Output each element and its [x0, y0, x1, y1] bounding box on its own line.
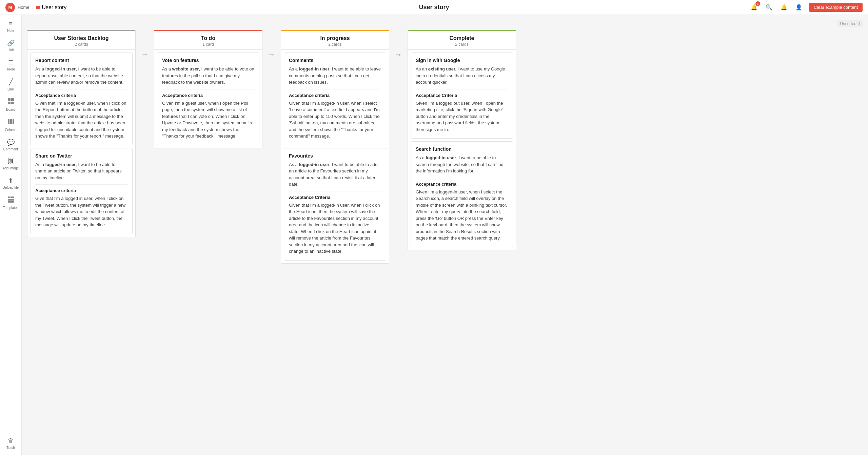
- sidebar-item-comment[interactable]: 💬 Comment: [1, 136, 20, 154]
- upload-icon: ⬆: [8, 177, 13, 184]
- addimage-icon: 🖼: [8, 158, 14, 165]
- sidebar-item-trash[interactable]: 🗑 Trash: [1, 435, 20, 452]
- user-avatar[interactable]: 👤: [794, 3, 804, 12]
- card-title: Favourites: [289, 153, 381, 159]
- card-favourites: Favourites As a logged-in user, I want t…: [284, 148, 386, 261]
- link-icon: 🔗: [7, 39, 15, 47]
- card-criteria-title: Acceptance criteria: [416, 182, 508, 187]
- column-icon: [7, 118, 14, 127]
- card-description: As a logged-in user, I want to be able t…: [416, 154, 508, 174]
- column-title: User Stories Backlog: [33, 35, 130, 41]
- trash-icon: 🗑: [8, 437, 14, 444]
- card-criteria-title: Acceptance criteria: [162, 93, 254, 98]
- note-icon: ≡: [9, 20, 13, 27]
- column-header-todo: To do 1 card: [154, 30, 262, 50]
- card-criteria-title: Acceptance criteria: [35, 188, 127, 193]
- card-title: Sign in with Google: [416, 58, 508, 63]
- templates-icon: [7, 196, 14, 205]
- card-share-twitter: Share on Twitter As a logged-in user, I …: [30, 148, 133, 234]
- topbar-actions: 🔔 3 🔍 🔔 👤 Clear example content: [749, 3, 863, 12]
- comment-icon: 💬: [7, 139, 15, 146]
- svg-rect-3: [11, 102, 14, 104]
- column-backlog: User Stories Backlog 2 cards Report cont…: [27, 30, 136, 237]
- column-header-complete: Complete 2 cards: [408, 30, 516, 50]
- card-report-content: Report content As a logged-in user, I wa…: [30, 53, 133, 145]
- page-title: User story: [419, 4, 449, 11]
- sidebar-item-label: Comment: [3, 147, 18, 151]
- page-breadcrumb-label: User story: [42, 4, 66, 11]
- breadcrumb-separator: ›: [32, 5, 34, 10]
- column-body-complete: Sign in with Google As an existing user,…: [408, 50, 516, 250]
- card-criteria-text: Given I'm a logged out user, when I open…: [416, 100, 508, 133]
- column-inprogress: In progress 2 cards Comments As a logged…: [281, 30, 389, 264]
- card-title: Search function: [416, 146, 508, 152]
- svg-rect-10: [8, 201, 14, 203]
- card-comments: Comments As a logged-in user, I want to …: [284, 53, 386, 145]
- breadcrumb: M Home › User story: [5, 3, 66, 12]
- column-title: In progress: [287, 35, 383, 41]
- column-title: Complete: [413, 35, 510, 41]
- sidebar-item-link[interactable]: 🔗 Link: [1, 37, 20, 55]
- kanban-board: User Stories Backlog 2 cards Report cont…: [27, 30, 863, 264]
- column-header-inprogress: In progress 2 cards: [281, 30, 389, 50]
- sidebar-item-board[interactable]: Board: [1, 95, 20, 114]
- card-search-function: Search function As a logged-in user, I w…: [411, 141, 513, 247]
- main-content: Unsorted 0 User Stories Backlog 2 cards …: [22, 15, 868, 455]
- sidebar-item-column[interactable]: Column: [1, 116, 20, 135]
- arrow-todo-inprogress: →: [268, 50, 275, 59]
- card-criteria-text: Give that I'm a logged in user, when I c…: [35, 195, 127, 228]
- card-criteria-title: Acceptance Criteria: [289, 195, 381, 200]
- column-count: 1 card: [160, 42, 257, 47]
- svg-rect-2: [8, 102, 11, 104]
- column-count: 2 cards: [413, 42, 510, 47]
- card-criteria-title: Acceptance criteria: [289, 93, 381, 98]
- unsorted-badge: Unsorted 0: [837, 20, 863, 27]
- card-description: As a logged-in user, I want to be able t…: [35, 161, 127, 181]
- card-sign-in-google: Sign in with Google As an existing user,…: [411, 53, 513, 139]
- svg-rect-7: [8, 197, 11, 198]
- sidebar-item-note[interactable]: ≡ Note: [1, 18, 20, 35]
- card-title: Vote on features: [162, 58, 254, 63]
- logo-icon[interactable]: M: [5, 3, 15, 12]
- arrow-inprogress-complete: →: [395, 50, 402, 59]
- sidebar-item-label: Add image: [3, 166, 19, 170]
- card-criteria-text: Given that I'm a logged-in user, when I …: [289, 100, 381, 140]
- card-title: Comments: [289, 58, 381, 63]
- sidebar-item-addimage[interactable]: 🖼 Add image: [1, 155, 20, 173]
- sidebar-item-upload[interactable]: ⬆ Upload file: [1, 174, 20, 192]
- sidebar-item-templates[interactable]: Templates: [1, 193, 20, 212]
- arrow-backlog-todo: →: [141, 50, 149, 59]
- card-description: As an existing user, I want to use my Go…: [416, 66, 508, 86]
- svg-rect-5: [10, 119, 12, 124]
- column-count: 2 cards: [33, 42, 130, 47]
- card-description: As a logged-in user, I want to be able t…: [289, 161, 381, 188]
- sidebar-item-line[interactable]: ╱ Line: [1, 75, 20, 94]
- sidebar-item-label: Note: [7, 29, 14, 33]
- board-icon: [7, 98, 14, 106]
- card-title: Share on Twitter: [35, 153, 127, 159]
- column-complete: Complete 2 cards Sign in with Google As …: [408, 30, 516, 250]
- svg-rect-6: [13, 119, 14, 124]
- topbar: M Home › User story User story 🔔 3 🔍 🔔 👤…: [0, 0, 868, 15]
- bell-icon[interactable]: 🔔: [779, 3, 789, 12]
- column-body-backlog: Report content As a logged-in user, I wa…: [27, 50, 136, 237]
- sidebar-item-label: Upload file: [3, 186, 19, 189]
- current-page-breadcrumb: User story: [36, 4, 66, 11]
- app-body: ≡ Note 🔗 Link ☰ To-do ╱ Line Board Colum…: [0, 15, 868, 455]
- sidebar-item-label: To-do: [6, 67, 15, 71]
- column-body-inprogress: Comments As a logged-in user, I want to …: [281, 50, 389, 264]
- sidebar-item-todo[interactable]: ☰ To-do: [1, 56, 20, 74]
- sidebar: ≡ Note 🔗 Link ☰ To-do ╱ Line Board Colum…: [0, 15, 22, 455]
- notifications-icon[interactable]: 🔔 3: [749, 3, 759, 12]
- notification-badge: 3: [755, 1, 760, 6]
- clear-example-button[interactable]: Clear example content: [809, 3, 863, 12]
- card-criteria-text: Given I'm a guest user, when I open the …: [162, 100, 254, 140]
- card-criteria-text: Given that I'm a logged-in user, when I …: [35, 100, 127, 140]
- column-body-todo: Vote on features As a website user, I wa…: [154, 50, 262, 148]
- home-breadcrumb[interactable]: Home: [18, 5, 29, 10]
- page-color-dot: [36, 6, 40, 9]
- search-icon[interactable]: 🔍: [764, 3, 774, 12]
- svg-rect-9: [8, 199, 14, 201]
- card-criteria-title: Acceptance criteria: [35, 93, 127, 98]
- column-header-backlog: User Stories Backlog 2 cards: [27, 30, 136, 50]
